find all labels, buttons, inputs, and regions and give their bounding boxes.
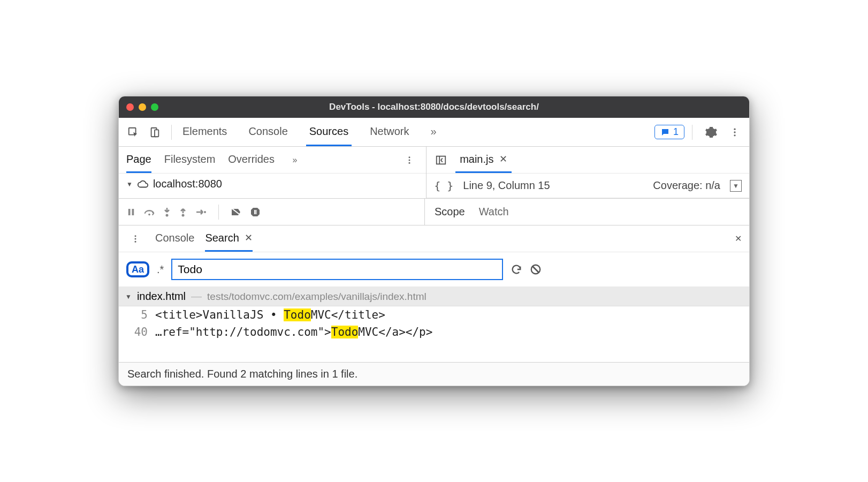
deactivate-breakpoints-icon[interactable]	[231, 207, 242, 217]
svg-point-13	[166, 214, 169, 216]
result-file-name: index.html	[137, 290, 186, 303]
editor-status-bar: { } Line 9, Column 15 Coverage: n/a ▼	[427, 174, 749, 198]
cloud-icon	[137, 178, 149, 190]
main-tabs: Elements Console Sources Network »	[179, 118, 443, 146]
step-out-icon[interactable]	[179, 207, 187, 217]
regex-toggle[interactable]: .*	[157, 263, 164, 276]
svg-rect-16	[254, 210, 255, 214]
tab-console[interactable]: Console	[245, 118, 291, 146]
search-input[interactable]	[171, 259, 503, 280]
dropdown-icon[interactable]: ▼	[730, 180, 742, 192]
case-sensitive-toggle[interactable]: Aa	[126, 261, 149, 277]
step-icon[interactable]	[195, 208, 207, 216]
svg-point-12	[148, 213, 150, 215]
tab-sources[interactable]: Sources	[306, 118, 352, 146]
close-drawer-tab-icon[interactable]: ✕	[245, 232, 253, 244]
editor-tab-main-js[interactable]: main.js ✕	[455, 147, 511, 173]
svg-point-3	[734, 128, 735, 130]
disclosure-triangle-icon[interactable]: ▼	[126, 180, 133, 188]
inspect-element-icon[interactable]	[124, 123, 142, 141]
close-tab-icon[interactable]: ✕	[499, 153, 507, 165]
close-drawer-icon[interactable]: ✕	[735, 234, 742, 244]
tree-host-label: localhost:8080	[153, 178, 222, 190]
editor-tabs: main.js ✕	[427, 147, 749, 174]
settings-icon[interactable]	[702, 123, 720, 141]
svg-point-20	[135, 240, 136, 242]
separator	[171, 125, 172, 140]
search-results: ▼ index.html — tests/todomvc.com/example…	[119, 287, 749, 362]
subtab-overrides[interactable]: Overrides	[228, 147, 275, 173]
close-window-button[interactable]	[126, 103, 134, 111]
editor-pane: main.js ✕ { } Line 9, Column 15 Coverage…	[427, 147, 749, 198]
step-over-icon[interactable]	[143, 207, 155, 217]
disclosure-triangle-icon[interactable]: ▼	[125, 293, 132, 300]
svg-point-7	[409, 159, 410, 161]
coverage-label: Coverage: n/a	[653, 179, 720, 192]
feedback-button[interactable]: 1	[654, 125, 684, 139]
device-toolbar-icon[interactable]	[146, 123, 164, 141]
drawer-tab-console[interactable]: Console	[155, 225, 194, 252]
show-navigator-icon[interactable]	[432, 151, 450, 169]
navigator-kebab-icon[interactable]	[400, 151, 418, 169]
pretty-print-icon[interactable]: { }	[434, 179, 453, 192]
step-into-icon[interactable]	[163, 207, 171, 217]
debugger-controls	[119, 199, 425, 225]
clear-search-icon[interactable]	[530, 263, 542, 275]
scope-tab[interactable]: Scope	[435, 206, 465, 218]
tree-host-row[interactable]: ▼ localhost:8080	[119, 174, 426, 194]
navigator-tabs: Page Filesystem Overrides »	[119, 147, 426, 174]
feedback-count: 1	[673, 126, 679, 138]
svg-point-14	[182, 214, 185, 216]
devtools-window: DevTools - localhost:8080/docs/devtools/…	[118, 96, 750, 386]
drawer-tabs: Console Search ✕ ✕	[119, 225, 749, 252]
line-number: 40	[130, 326, 148, 338]
svg-point-18	[135, 235, 136, 237]
debugger-sidebar-tabs: Scope Watch	[425, 199, 749, 225]
pause-icon[interactable]	[126, 207, 136, 217]
main-toolbar: Elements Console Sources Network » 1	[119, 118, 749, 147]
tab-network[interactable]: Network	[367, 118, 412, 146]
subtab-filesystem[interactable]: Filesystem	[164, 147, 216, 173]
tab-elements[interactable]: Elements	[179, 118, 230, 146]
search-status: Search finished. Found 2 matching lines …	[119, 362, 749, 386]
drawer-tab-search[interactable]: Search ✕	[205, 225, 252, 252]
result-file-path: tests/todomvc.com/examples/vanillajs/ind…	[207, 291, 427, 303]
zoom-window-button[interactable]	[151, 103, 158, 111]
more-subtabs-icon[interactable]: »	[287, 155, 302, 165]
separator	[692, 125, 692, 140]
svg-point-5	[734, 134, 735, 136]
svg-rect-11	[132, 209, 134, 215]
svg-point-19	[135, 238, 136, 239]
line-content: …ref="http://todomvc.com">TodoMVC</a></p…	[155, 326, 432, 338]
sources-split: Page Filesystem Overrides » ▼ localhost:…	[119, 147, 749, 199]
svg-point-6	[409, 156, 410, 158]
navigator-pane: Page Filesystem Overrides » ▼ localhost:…	[119, 147, 427, 198]
result-file-header[interactable]: ▼ index.html — tests/todomvc.com/example…	[119, 287, 749, 306]
svg-point-15	[204, 211, 206, 213]
svg-rect-17	[256, 210, 257, 214]
titlebar: DevTools - localhost:8080/docs/devtools/…	[119, 96, 749, 118]
search-toolbar: Aa .*	[119, 252, 749, 287]
refresh-search-icon[interactable]	[511, 263, 522, 275]
pause-on-exceptions-icon[interactable]	[250, 207, 261, 217]
result-line[interactable]: 40 …ref="http://todomvc.com">TodoMVC</a>…	[119, 323, 749, 341]
kebab-menu-icon[interactable]	[726, 123, 744, 141]
svg-rect-2	[155, 130, 158, 137]
svg-point-4	[734, 131, 735, 133]
editor-tab-label: main.js	[460, 153, 493, 165]
subtab-page[interactable]: Page	[126, 147, 151, 173]
window-title: DevTools - localhost:8080/docs/devtools/…	[119, 102, 749, 112]
minimize-window-button[interactable]	[139, 103, 146, 111]
svg-point-8	[409, 162, 410, 163]
drawer-kebab-icon[interactable]	[126, 230, 144, 248]
more-tabs-icon[interactable]: »	[428, 118, 443, 146]
line-number: 5	[130, 308, 148, 321]
svg-rect-10	[128, 209, 131, 215]
window-controls	[126, 103, 158, 111]
line-content: <title>VanillaJS • TodoMVC</title>	[155, 308, 385, 321]
watch-tab[interactable]: Watch	[479, 206, 509, 218]
drawer-tab-search-label: Search	[205, 232, 239, 244]
cursor-position: Line 9, Column 15	[463, 179, 550, 192]
separator	[218, 205, 219, 220]
result-line[interactable]: 5 <title>VanillaJS • TodoMVC</title>	[119, 306, 749, 323]
